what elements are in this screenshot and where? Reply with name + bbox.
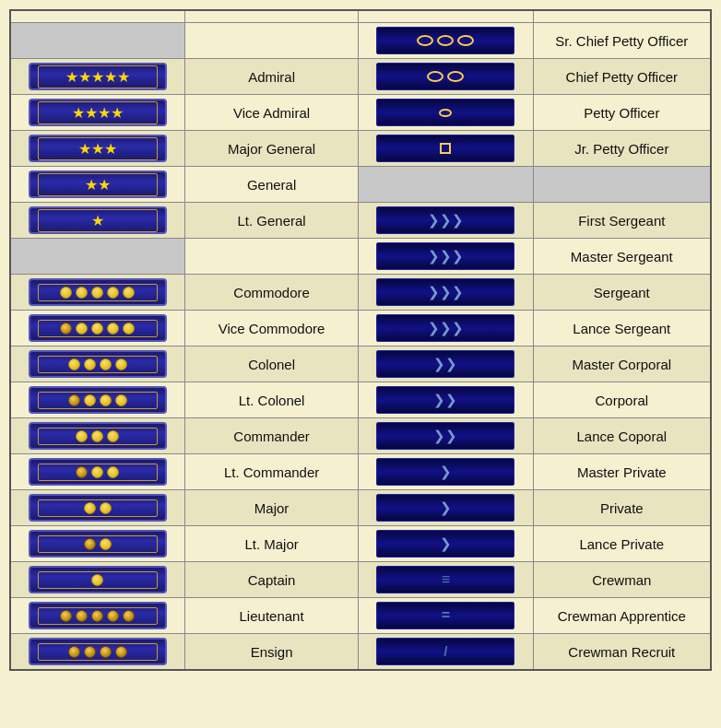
right-insignia-cell: / (359, 634, 533, 671)
right-rank-cell: Lance Coporal (533, 418, 711, 454)
right-insignia-cell: ≡ (359, 562, 533, 598)
left-insignia-cell (10, 239, 184, 275)
left-rank-cell: Lt. Major (184, 526, 358, 562)
right-insignia-cell: ❯❯❯ (359, 203, 533, 239)
left-rank-cell: Admiral (184, 59, 358, 95)
left-rank-cell: Lieutenant (184, 598, 358, 634)
table-row: Colonel❯❯Master Corporal (10, 346, 711, 382)
left-rank-cell: Major General (184, 131, 358, 167)
right-rank-cell: Lance Sergeant (533, 311, 711, 346)
table-row: Ensign/Crewman Recruit (10, 634, 711, 671)
right-rank-cell: Master Corporal (533, 346, 711, 382)
table-row: Commander❯❯Lance Coporal (10, 418, 711, 454)
right-insignia-cell (359, 23, 533, 59)
table-row: ★★★★★AdmiralChief Petty Officer (10, 59, 711, 95)
right-insignia-cell: ❯❯ (359, 382, 533, 418)
table-row: ❯❯❯Master Sergeant (10, 239, 711, 275)
left-insignia-cell (10, 275, 184, 311)
right-insignia-cell: ❯ (359, 526, 533, 562)
left-rank-cell: Captain (184, 562, 358, 598)
table-row: ★Lt. General❯❯❯First Sergeant (10, 203, 711, 239)
right-insignia-cell: ❯❯ (359, 346, 533, 382)
left-rank-cell: Commander (184, 418, 358, 454)
left-insignia-cell (10, 634, 184, 671)
table-row: Lt. Colonel❯❯Corporal (10, 382, 711, 418)
right-rank-cell (533, 167, 711, 203)
left-insignia-cell (10, 526, 184, 562)
left-rank-cell: Lt. Colonel (184, 382, 358, 418)
left-insignia-cell (10, 23, 184, 59)
table-row: ★★General (10, 167, 711, 203)
right-rank-cell: Sr. Chief Petty Officer (533, 23, 711, 59)
right-rank-cell: Lance Private (533, 526, 711, 562)
left-insignia-cell (10, 454, 184, 490)
left-rank-cell: Lt. General (184, 203, 358, 239)
left-rank-cell (184, 23, 358, 59)
right-rank-cell: Sergeant (533, 275, 711, 311)
right-insignia-cell: ❯❯❯ (359, 275, 533, 311)
left-insignia-cell (10, 346, 184, 382)
right-insignia-cell: ❯ (359, 490, 533, 526)
right-rank-cell: Crewman Recruit (533, 634, 711, 671)
left-insignia-cell: ★★★★ (10, 95, 184, 131)
header-rank-right (533, 10, 711, 23)
table-row: Vice Commodore❯❯❯Lance Sergeant (10, 311, 711, 346)
right-insignia-cell: ❯❯❯ (359, 239, 533, 275)
header-insignia-left (10, 10, 184, 23)
left-rank-cell: Ensign (184, 634, 358, 671)
right-rank-cell: Crewman Apprentice (533, 598, 711, 634)
left-rank-cell: Lt. Commander (184, 454, 358, 490)
left-rank-cell: Colonel (184, 346, 358, 382)
right-insignia-cell (359, 167, 533, 203)
left-insignia-cell (10, 490, 184, 526)
table-row: ★★★★Vice AdmiralPetty Officer (10, 95, 711, 131)
table-row: ★★★Major GeneralJr. Petty Officer (10, 131, 711, 167)
header-rank-left (184, 10, 358, 23)
right-insignia-cell: ❯❯ (359, 418, 533, 454)
right-rank-cell: Jr. Petty Officer (533, 131, 711, 167)
right-rank-cell: Private (533, 490, 711, 526)
table-row: Major❯Private (10, 490, 711, 526)
table-row: Commodore❯❯❯Sergeant (10, 275, 711, 311)
right-insignia-cell (359, 95, 533, 131)
table-row: Sr. Chief Petty Officer (10, 23, 711, 59)
right-insignia-cell: ❯❯❯ (359, 311, 533, 346)
left-rank-cell (184, 239, 358, 275)
table-row: Lt. Major❯Lance Private (10, 526, 711, 562)
left-insignia-cell: ★ (10, 203, 184, 239)
table-row: Lt. Commander❯Master Private (10, 454, 711, 490)
left-insignia-cell: ★★★★★ (10, 59, 184, 95)
rank-table: Sr. Chief Petty Officer★★★★★AdmiralChief… (9, 9, 712, 671)
right-insignia-cell (359, 131, 533, 167)
right-rank-cell: Crewman (533, 562, 711, 598)
right-rank-cell: Chief Petty Officer (533, 59, 711, 95)
right-insignia-cell: = (359, 598, 533, 634)
left-rank-cell: Vice Admiral (184, 95, 358, 131)
right-rank-cell: Master Private (533, 454, 711, 490)
left-rank-cell: Major (184, 490, 358, 526)
right-rank-cell: Master Sergeant (533, 239, 711, 275)
left-rank-cell: Commodore (184, 275, 358, 311)
header-insignia-right (359, 10, 533, 23)
left-insignia-cell (10, 382, 184, 418)
right-rank-cell: Petty Officer (533, 95, 711, 131)
right-rank-cell: Corporal (533, 382, 711, 418)
right-insignia-cell: ❯ (359, 454, 533, 490)
table-row: Captain≡Crewman (10, 562, 711, 598)
left-insignia-cell (10, 311, 184, 346)
left-insignia-cell: ★★★ (10, 131, 184, 167)
left-insignia-cell (10, 562, 184, 598)
right-insignia-cell (359, 59, 533, 95)
left-rank-cell: General (184, 167, 358, 203)
left-rank-cell: Vice Commodore (184, 311, 358, 346)
right-rank-cell: First Sergeant (533, 203, 711, 239)
left-insignia-cell: ★★ (10, 167, 184, 203)
left-insignia-cell (10, 418, 184, 454)
table-row: Lieutenant=Crewman Apprentice (10, 598, 711, 634)
left-insignia-cell (10, 598, 184, 634)
